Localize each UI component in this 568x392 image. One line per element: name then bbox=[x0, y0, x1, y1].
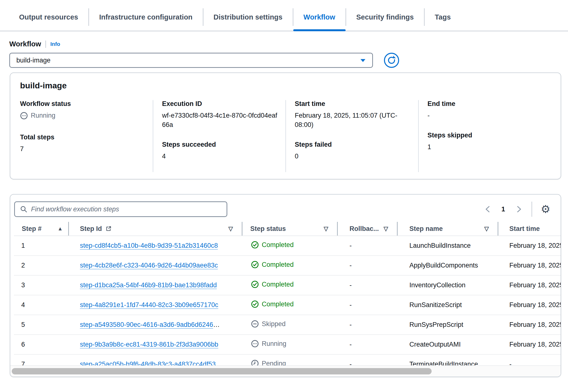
step-status: Skipped bbox=[251, 320, 286, 328]
tab-distribution-settings[interactable]: Distribution settings bbox=[203, 8, 293, 26]
step-id-link[interactable]: step-9b3a9b8c-ec81-4319-861b-2f3d3a9006b… bbox=[80, 341, 218, 348]
table-row: 5 step-a5493580-90ec-4616-a3d6-9adb6d624… bbox=[14, 315, 561, 334]
end-time-label: End time bbox=[427, 100, 544, 108]
steps-table-body: 1 step-cd8f4cb5-a10b-4e8b-9d39-51a2b3146… bbox=[14, 236, 561, 374]
step-status-label: Completed bbox=[262, 300, 294, 308]
start-time-value: February 18, 2025, 11:05:07 (UTC-08:00) bbox=[295, 111, 400, 130]
tabs-divider bbox=[0, 31, 568, 31]
step-status-label: Running bbox=[262, 340, 286, 348]
table-row: 3 step-d1bca25a-54bf-46b9-81b9-bae13b98f… bbox=[14, 275, 561, 295]
column-header-step-number[interactable]: Step # ▲ bbox=[14, 222, 69, 236]
scrollbar-thumb[interactable] bbox=[12, 368, 432, 374]
caret-down-icon bbox=[360, 58, 366, 62]
step-id-link[interactable]: step-cd8f4cb5-a10b-4e8b-9d39-51a2b31460c… bbox=[80, 242, 218, 249]
table-row: 4 step-4a8291e1-1fd7-4440-82c3-3b09e6571… bbox=[14, 295, 561, 315]
step-number: 6 bbox=[14, 341, 69, 348]
info-link[interactable]: Info bbox=[50, 41, 60, 47]
table-row: 2 step-4cb28e6f-c323-4046-9d26-4d4b09aee… bbox=[14, 255, 561, 275]
column-header-step-name[interactable]: Step name ▽ bbox=[398, 222, 498, 236]
steps-skipped-value: 1 bbox=[427, 142, 544, 152]
summary-column-end: End time - Steps skipped 1 bbox=[418, 100, 551, 172]
refresh-icon bbox=[384, 65, 399, 69]
step-status-icon bbox=[251, 320, 259, 328]
workflow-select[interactable]: build-image bbox=[9, 53, 373, 68]
search-input[interactable] bbox=[31, 206, 222, 213]
step-number: 4 bbox=[14, 301, 69, 309]
summary-column-start: Start time February 18, 2025, 11:05:07 (… bbox=[285, 100, 418, 172]
filter-icon[interactable]: ▽ bbox=[324, 225, 328, 232]
refresh-button[interactable] bbox=[384, 53, 399, 68]
tab-tags[interactable]: Tags bbox=[424, 8, 461, 26]
toolbar-divider bbox=[532, 202, 532, 217]
tab-security-findings[interactable]: Security findings bbox=[345, 8, 424, 26]
rollback-status: - bbox=[338, 262, 398, 269]
step-id-link[interactable]: step-4cb28e6f-c323-4046-9d26-4d4b09aee83… bbox=[80, 262, 218, 269]
previous-page-button[interactable] bbox=[483, 204, 492, 214]
step-status-label: Completed bbox=[262, 281, 294, 288]
step-status-icon bbox=[251, 280, 259, 288]
column-header-step-status[interactable]: Step status ▽ bbox=[242, 222, 338, 236]
step-status: Running bbox=[251, 340, 286, 348]
table-settings-button[interactable]: ⚙ bbox=[540, 204, 551, 215]
sort-ascending-icon[interactable]: ▲ bbox=[58, 225, 63, 232]
step-start-time: February 18, 2025 bbox=[498, 321, 561, 329]
step-status: Completed bbox=[251, 300, 294, 308]
step-status: Completed bbox=[251, 261, 294, 268]
search-icon bbox=[20, 205, 28, 213]
step-number: 1 bbox=[14, 242, 69, 250]
next-page-button[interactable] bbox=[515, 204, 523, 214]
steps-table-header: Step # ▲ Step Id ▽ Step sta bbox=[14, 222, 561, 236]
tab-workflow[interactable]: Workflow bbox=[293, 8, 345, 26]
step-id-link[interactable]: step-4a8291e1-1fd7-4440-82c3-3b09e657170… bbox=[80, 301, 218, 308]
step-number: 2 bbox=[14, 262, 69, 269]
step-number: 3 bbox=[14, 281, 69, 289]
step-name: RunSysPrepScript bbox=[398, 321, 498, 329]
tab-bar: Output resources Infrastructure configur… bbox=[0, 0, 568, 31]
column-header-start-time[interactable]: Start time bbox=[498, 222, 561, 236]
filter-icon[interactable]: ▽ bbox=[484, 225, 489, 232]
filter-icon[interactable]: ▽ bbox=[384, 225, 388, 232]
step-status-icon bbox=[251, 300, 259, 308]
steps-succeeded-label: Steps succeeded bbox=[162, 141, 278, 148]
workflow-select-value: build-image bbox=[16, 57, 51, 64]
step-number: 5 bbox=[14, 321, 69, 329]
gear-icon: ⚙ bbox=[541, 203, 550, 215]
step-status-icon bbox=[251, 241, 259, 249]
filter-icon[interactable]: ▽ bbox=[228, 225, 233, 232]
step-name: CreateOutputAMI bbox=[398, 341, 498, 348]
column-header-rollback[interactable]: Rollbac... ▽ bbox=[338, 222, 398, 236]
steps-failed-label: Steps failed bbox=[295, 141, 411, 148]
step-start-time: February 18, 2025 bbox=[498, 262, 561, 269]
page-number[interactable]: 1 bbox=[498, 206, 508, 213]
table-row: 1 step-cd8f4cb5-a10b-4e8b-9d39-51a2b3146… bbox=[14, 236, 561, 255]
table-row: 6 step-9b3a9b8c-ec81-4319-861b-2f3d3a900… bbox=[14, 334, 561, 354]
step-start-time: February 18, 2025 bbox=[498, 281, 561, 289]
rollback-status: - bbox=[338, 242, 398, 250]
horizontal-scrollbar[interactable] bbox=[10, 365, 561, 377]
step-status: Completed bbox=[251, 280, 294, 288]
heading-divider bbox=[45, 41, 46, 48]
summary-column-status: Workflow status Running Total steps 7 bbox=[20, 100, 153, 172]
tab-infrastructure-configuration[interactable]: Infrastructure configuration bbox=[89, 8, 203, 26]
step-start-time: February 18, 2025 bbox=[498, 341, 561, 348]
step-id-link[interactable]: step-d1bca25a-54bf-46b9-81b9-bae13b98fad… bbox=[80, 281, 217, 289]
external-link-icon bbox=[105, 225, 112, 232]
end-time-value: - bbox=[427, 111, 544, 120]
column-header-step-id[interactable]: Step Id ▽ bbox=[69, 222, 242, 236]
step-status-label: Completed bbox=[262, 261, 294, 268]
workflow-summary-card: build-image Workflow status Running Tota… bbox=[10, 72, 561, 179]
step-status-icon bbox=[251, 340, 259, 348]
step-start-time: February 18, 2025 bbox=[498, 301, 561, 309]
rollback-status: - bbox=[338, 341, 398, 348]
step-id-link[interactable]: step-a5493580-90ec-4616-a3d6-9adb6d6246 bbox=[80, 321, 213, 328]
step-status-icon bbox=[251, 261, 259, 268]
total-steps-label: Total steps bbox=[20, 134, 145, 141]
status-running-icon bbox=[20, 112, 28, 120]
tab-output-resources[interactable]: Output resources bbox=[9, 8, 89, 26]
step-name: ApplyBuildComponents bbox=[398, 262, 498, 269]
start-time-label: Start time bbox=[295, 100, 411, 108]
chevron-left-icon bbox=[484, 205, 491, 213]
workflow-status-value: Running bbox=[20, 111, 56, 120]
workflow-steps-card: 1 ⚙ Step # ▲ Step Id bbox=[10, 194, 561, 377]
step-status: Completed bbox=[251, 241, 294, 249]
